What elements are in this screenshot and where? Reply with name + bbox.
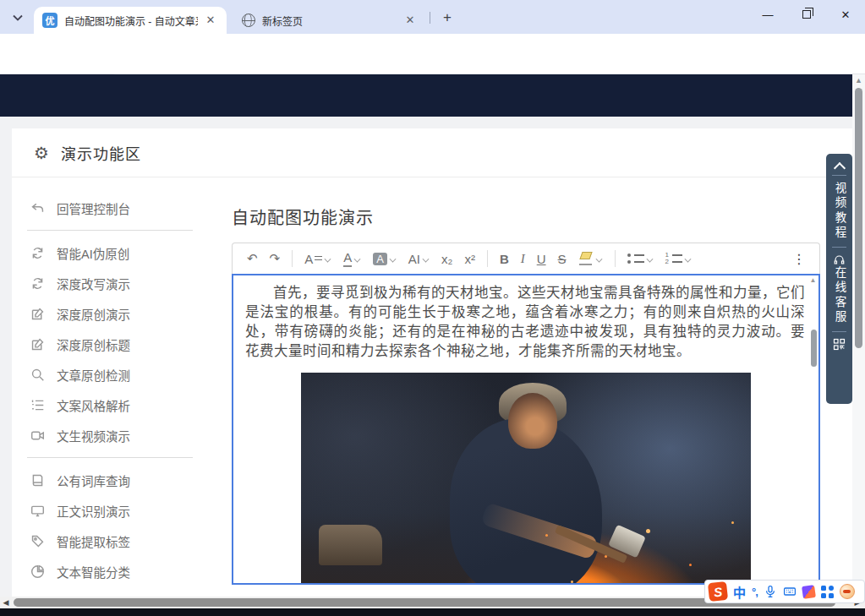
chevron-down-icon [423,255,430,262]
chevron-down-icon [685,255,692,262]
browser-tab-strip: 优 自动配图功能演示 - 自动文章采 ✕ 新标签页 ✕ + — ✕ [0,0,865,34]
sidebar-item-text-to-video[interactable]: 文生视频演示 [25,420,205,450]
video-tutorial-button[interactable]: 视频教程 [831,182,848,241]
editor-page-title: 自动配图功能演示 [232,204,820,229]
globe-icon [242,14,255,27]
window-controls: — ✕ [748,0,865,29]
numbered-list-dropdown[interactable]: 12 [661,248,696,270]
section-header: ⚙ 演示功能区 [12,128,852,177]
redo-icon[interactable]: ↷ [266,248,285,270]
close-window-button[interactable]: ✕ [826,0,865,29]
section-title: 演示功能区 [61,142,141,164]
sidebar-item-tag-extraction[interactable]: 智能提取标签 [25,526,205,556]
sidebar-item-deep-original[interactable]: 深度原创演示 [25,298,205,329]
chevron-down-icon [325,255,331,262]
sidebar-label: 智能提取标签 [57,532,130,550]
editor-scrollbar[interactable]: ▲ [809,277,817,379]
emoji-icon[interactable] [840,584,855,599]
underline-button[interactable]: U [533,248,550,270]
toolbar-more-icon[interactable]: ⋮ [787,251,811,267]
sidebar-item-public-lexicon[interactable]: 公有词库查询 [25,465,205,495]
chevron-down-icon [647,255,654,262]
tab-title: 自动配图功能演示 - 自动文章采 [64,14,198,28]
background-color-dropdown[interactable]: A [369,248,401,270]
pie-chart-icon [30,564,45,579]
sidebar-label: 回管理控制台 [57,199,130,217]
sidebar-label: 正文识别演示 [57,502,130,520]
scroll-up-icon[interactable]: ▲ [809,277,817,284]
sidebar-divider [27,457,193,458]
editor-paragraph[interactable]: 首先，要寻觅到极为稀有的天材地宝。这些天材地宝需具备特殊的属性和力量，它们是法宝… [233,275,818,361]
bullet-list-icon [627,253,644,264]
vertical-scrollbar[interactable]: ▲ [852,74,865,597]
superscript-button[interactable]: x² [460,248,479,270]
refresh-icon [30,276,45,291]
sidebar-item-style-analysis[interactable]: 文案风格解析 [25,390,205,420]
toolbar-divider [615,250,616,267]
refresh-icon [30,246,45,260]
microphone-icon[interactable] [764,585,777,598]
skin-icon[interactable] [802,585,816,599]
ordered-list-icon [30,398,45,412]
rich-text-editor[interactable]: 首先，要寻觅到极为稀有的天材地宝。这些天材地宝需具备特殊的属性和力量，它们是法宝… [232,274,820,585]
editor-area: 自动配图功能演示 ↶ ↷ A A A AI x₂ x² B I U S 12 [220,193,820,585]
letter-style-dropdown[interactable]: AI [404,248,434,270]
toolbar-divider [292,250,293,267]
headset-icon [833,253,846,266]
new-tab-button[interactable]: + [438,8,457,27]
strikethrough-button[interactable]: S [554,248,571,270]
online-service-button[interactable]: 在线客服 [831,266,848,325]
tab-close-icon[interactable]: ✕ [402,13,418,28]
background-color-icon: A [373,253,387,265]
subscript-button[interactable]: x₂ [437,248,457,270]
sidebar-item-text-classification[interactable]: 文本智能分类 [25,556,205,586]
scroll-up-icon[interactable]: ▲ [852,74,865,86]
font-color-dropdown[interactable]: A [339,248,365,270]
restore-icon [802,10,811,19]
page-footer-strip [0,608,865,616]
sidebar-label: 文生视频演示 [57,427,130,444]
sogou-logo-icon[interactable]: S [708,581,728,602]
highlight-dropdown[interactable] [574,248,607,270]
site-favicon: 优 [42,13,57,28]
ime-toolbar: S 中 °, [704,580,865,603]
punctuation-icon[interactable]: °, [752,586,758,598]
font-size-icon: A [304,252,313,266]
vertical-scrollbar-thumb[interactable] [855,88,862,348]
tools-grid-icon[interactable] [821,586,834,598]
ime-language-toggle[interactable]: 中 [733,583,746,601]
screen: 优 自动配图功能演示 - 自动文章采 ✕ 新标签页 ✕ + — ✕ ← → ⟳ … [0,0,865,616]
font-size-dropdown[interactable]: A [300,248,336,270]
sidebar-label: 文章原创检测 [57,366,130,384]
editor-toolbar: ↶ ↷ A A A AI x₂ x² B I U S 12 ⋮ [232,243,820,274]
sidebar-item-originality-check[interactable]: 文章原创检测 [25,359,205,390]
image-art-head [508,393,558,449]
tab-divider [430,12,430,24]
sidebar-item-back-console[interactable]: 回管理控制台 [25,193,205,223]
tab-inactive[interactable]: 新标签页 ✕ [233,7,426,34]
collapse-up-icon[interactable] [835,162,845,169]
tab-close-icon[interactable]: ✕ [203,13,218,28]
bullet-list-dropdown[interactable] [623,248,658,270]
editor-scrollbar-thumb[interactable] [811,330,817,367]
blacksmith-image[interactable] [301,373,751,585]
sidebar-item-deep-rewrite[interactable]: 深度改写演示 [25,268,205,298]
tab-active[interactable]: 优 自动配图功能演示 - 自动文章采 ✕ [34,7,227,34]
sidebar-divider [27,230,193,231]
minimize-button[interactable]: — [748,0,787,29]
scroll-left-icon[interactable]: ◀ [0,598,12,607]
sidebar-item-body-recognition[interactable]: 正文识别演示 [25,495,205,526]
tab-search-icon[interactable] [8,8,27,27]
sidebar-item-ai-rewrite[interactable]: 智能AI伪原创 [25,237,205,268]
bold-button[interactable]: B [495,248,513,270]
restore-button[interactable] [787,0,826,29]
sidebar-item-deep-title[interactable]: 深度原创标题 [25,329,205,359]
numbered-list-icon: 12 [665,253,682,264]
browser-toolbar: ← → ⟳ ucaiyun.com/caiji/test_auto_pic/ ☆… [0,34,865,74]
panel-divider [832,331,846,332]
qr-code-icon[interactable] [833,338,846,351]
sidebar-label: 文案风格解析 [57,396,130,414]
italic-button[interactable]: I [517,248,529,270]
keyboard-icon[interactable] [783,585,797,598]
undo-icon[interactable]: ↶ [243,248,262,270]
